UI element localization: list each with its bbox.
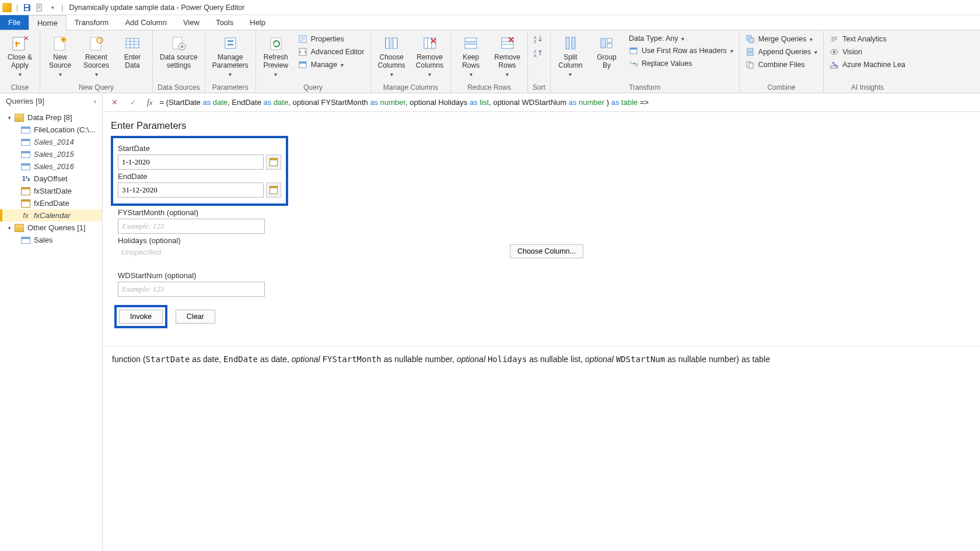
enter-data-icon [123,34,142,52]
calendar-icon [21,199,30,208]
svg-rect-1 [25,8,29,10]
chevron-down-icon: ▾ [8,115,11,121]
main-area: ✕ ✓ fx = (StartDate as date, EndDate as … [103,93,980,551]
ribbon-group-datasources-label: Data Sources [158,82,200,92]
properties-button[interactable]: Properties [297,34,366,44]
file-tab[interactable]: File [0,15,29,30]
query-label: Sales_2014 [34,138,74,146]
tree-group-dataprep[interactable]: ▾ Data Prep [8] [0,111,102,124]
enddate-input[interactable] [118,183,264,198]
svg-rect-41 [749,38,754,43]
keep-rows-label: Keep Rows [462,54,480,70]
append-queries-button[interactable]: Append Queries [744,47,818,57]
fx-icon: fx [145,98,155,107]
params-title: Enter Parameters [111,120,972,131]
manage-button[interactable]: Manage [297,59,366,70]
replace-values-button[interactable]: 12 Replace Values [628,58,734,69]
ribbon-group-ai-label: AI Insights [828,82,907,92]
svg-rect-9 [126,38,139,48]
ribbon-group-sort-label: Sort [533,82,545,92]
query-fxstartdate[interactable]: fxStartDate [0,185,102,197]
tab-home[interactable]: Home [29,15,66,30]
remove-columns-button[interactable]: Remove Columns [414,33,446,79]
startdate-input[interactable] [118,155,264,170]
fystartmonth-input[interactable] [118,219,265,234]
svg-rect-37 [630,48,637,50]
vision-button[interactable]: Vision [828,47,907,57]
tab-add-column[interactable]: Add Column [117,15,175,30]
group-by-button[interactable]: Group By [592,33,622,71]
tree-group-label: Data Prep [8] [27,113,72,122]
formula-text[interactable]: = (StartDate as date, EndDate as date, o… [159,98,649,107]
svg-rect-33 [601,38,606,48]
formula-commit-button[interactable]: ✓ [126,96,140,110]
text-analytics-label: Text Analytics [842,35,887,43]
choose-columns-button[interactable]: Choose Columns [376,33,408,79]
choose-columns-icon [382,34,401,52]
data-source-settings-button[interactable]: Data source settings [158,33,200,71]
tab-help[interactable]: Help [242,15,274,30]
text-analytics-button[interactable]: Text Analytics [828,34,907,44]
query-sales[interactable]: Sales [0,234,102,246]
remove-columns-icon [421,34,439,52]
sort-desc-icon: ZA [534,48,543,58]
advanced-editor-button[interactable]: Advanced Editor [297,47,366,57]
table-icon [21,163,30,170]
tab-transform[interactable]: Transform [66,15,117,30]
query-sales-2016[interactable]: Sales_2016 [0,160,102,173]
split-column-label: Split Column [558,54,582,70]
tab-view[interactable]: View [175,15,208,30]
query-dayoffset[interactable]: 1²₃DayOffset [0,173,102,185]
svg-rect-18 [299,48,306,55]
sort-desc-button[interactable]: ZA [533,48,544,58]
sort-asc-button[interactable]: AZ [533,34,544,44]
wdstartnum-input[interactable] [118,282,265,297]
close-apply-button[interactable]: ✕ Close & Apply [5,33,35,79]
query-sales-2014[interactable]: Sales_2014 [0,136,102,148]
invoke-button[interactable]: Invoke [119,310,163,324]
use-first-row-headers-label: Use First Row as Headers [642,47,727,55]
formula-bar: ✕ ✓ fx = (StartDate as date, EndDate as … [103,93,980,112]
choose-column-button[interactable]: Choose Column... [510,244,583,258]
group-by-icon [597,34,616,52]
use-first-row-headers-button[interactable]: Use First Row as Headers [628,45,734,56]
refresh-icon [267,34,285,52]
new-source-button[interactable]: New Source [45,33,75,79]
remove-rows-button[interactable]: Remove Rows [492,33,523,79]
calendar-icon [270,186,278,194]
combine-files-button[interactable]: Combine Files [744,59,818,70]
remove-columns-label: Remove Columns [416,54,443,70]
queries-header: Queries [9] ‹ [0,93,102,109]
manage-parameters-button[interactable]: Manage Parameters [210,33,251,79]
query-filelocation[interactable]: FileLocation (C:\... [0,124,102,136]
combine-files-icon [746,60,755,69]
qat-dropdown-icon[interactable]: ▾ [46,1,59,14]
data-type-button[interactable]: Data Type: Any [628,34,734,43]
query-sales-2015[interactable]: Sales_2015 [0,148,102,160]
enddate-picker-button[interactable] [266,183,281,198]
save-icon[interactable] [20,1,33,14]
tab-tools[interactable]: Tools [208,15,242,30]
refresh-preview-button[interactable]: Refresh Preview [261,33,291,79]
enter-data-button[interactable]: Enter Data [117,33,148,71]
document-icon[interactable] [33,1,46,14]
azure-ml-button[interactable]: Azure Machine Lea [828,59,907,70]
sort-asc-icon: AZ [534,34,543,44]
advanced-editor-icon [298,47,307,57]
svg-text:2: 2 [635,62,638,68]
collapse-pane-icon[interactable]: ‹ [94,97,97,106]
recent-sources-button[interactable]: Recent Sources [81,33,111,79]
folder-icon [15,224,24,232]
clear-button[interactable]: Clear [176,310,215,324]
ribbon-group-parameters-label: Parameters [210,82,251,92]
wdstartnum-label: WDStartNum (optional) [118,271,972,280]
split-column-button[interactable]: Split Column [555,33,586,79]
tree-group-other[interactable]: ▾ Other Queries [1] [0,222,102,234]
startdate-picker-button[interactable] [266,155,281,170]
formula-cancel-button[interactable]: ✕ [107,96,121,110]
keep-rows-button[interactable]: Keep Rows [456,33,486,79]
query-fxcalendar[interactable]: fxfxCalendar [0,209,102,222]
merge-queries-button[interactable]: Merge Queries [744,34,818,44]
query-fxenddate[interactable]: fxEndDate [0,197,102,209]
replace-values-label: Replace Values [642,59,692,68]
